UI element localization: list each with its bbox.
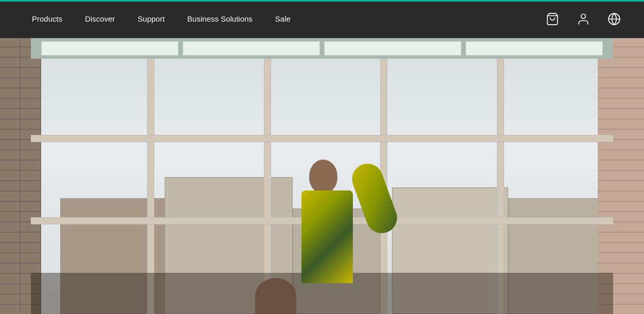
nav-right (543, 10, 623, 28)
person-head (309, 160, 337, 193)
user-svg (577, 12, 590, 26)
navbar: Products Discover Support Business Solut… (0, 0, 644, 38)
globe-svg (607, 12, 621, 26)
person-figure (271, 98, 425, 314)
second-person-head (255, 278, 296, 314)
nav-item-products[interactable]: Products (21, 0, 74, 38)
light-3 (324, 41, 461, 56)
hero-scene (0, 0, 644, 314)
accent-bar (0, 0, 644, 2)
nav-item-sale[interactable]: Sale (264, 0, 302, 38)
person-arm (348, 159, 401, 237)
globe-icon[interactable] (605, 10, 623, 28)
svg-point-1 (581, 14, 586, 19)
user-icon[interactable] (574, 10, 593, 28)
light-1 (41, 41, 178, 56)
ceiling-light-bar (31, 38, 613, 59)
nav-item-discover[interactable]: Discover (74, 0, 126, 38)
nav-item-business-solutions[interactable]: Business Solutions (176, 0, 264, 38)
cart-icon[interactable] (543, 10, 562, 28)
hero-section (0, 0, 644, 314)
light-4 (466, 41, 603, 56)
light-2 (183, 41, 320, 56)
nav-left: Products Discover Support Business Solut… (21, 0, 302, 38)
cart-svg (546, 12, 559, 26)
person-body (296, 139, 379, 283)
nav-item-support[interactable]: Support (127, 0, 176, 38)
person-torso (301, 190, 353, 283)
